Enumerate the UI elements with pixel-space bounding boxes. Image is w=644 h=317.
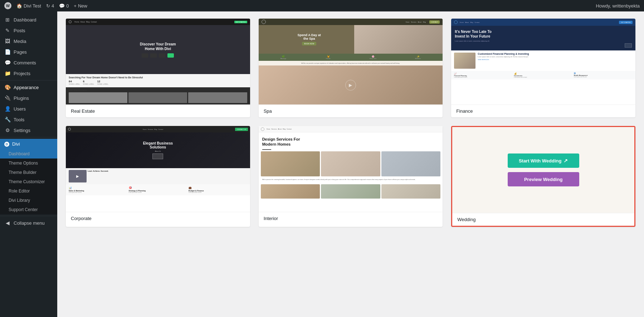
corp-feature-3-text: Lorem ipsum dolor sit amet (189, 192, 247, 193)
theme-card-spa[interactable]: Home Services About Blog CONTACT Spend A… (259, 19, 443, 117)
comments-icon: 💬 (4, 60, 11, 65)
sidebar-label-appearance: Appearance (14, 85, 39, 90)
theme-card-interior[interactable]: Home Services About Blog Contact Design … (259, 126, 443, 227)
int-divider (262, 149, 271, 150)
comment-icon: 💬 (59, 3, 65, 9)
theme-card-real-estate[interactable]: Home About Blog Contact GET STARTED Disc… (66, 19, 250, 117)
theme-label-spa: Spa (259, 104, 443, 117)
sidebar-label-comments: Comments (14, 60, 36, 65)
spa-feature-3-icon: 🌸 (351, 55, 395, 58)
sidebar-item-appearance[interactable]: 🎨 Appearance (0, 82, 57, 93)
fin-feature-3-text: Lorem ipsum dolor sit amet (574, 76, 633, 78)
sidebar-item-support-center[interactable]: Support Center (0, 205, 57, 214)
main-layout: ⊞ Dashboard ✎ Posts 🖼 Media 📄 Pages 💬 Co… (0, 11, 644, 317)
fin-logo (454, 20, 458, 24)
corp-hero-sub: About Us (155, 150, 161, 152)
site-name: Divi Test (24, 3, 41, 9)
start-with-wedding-button[interactable]: Start With Wedding ↗ (508, 153, 579, 168)
sidebar-item-comments[interactable]: 💬 Comments (0, 57, 57, 68)
comments-item[interactable]: 💬 0 (59, 3, 69, 9)
sidebar-item-plugins[interactable]: 🔌 Plugins (0, 93, 57, 103)
re-excl-title: Divi Exclusives (69, 89, 247, 91)
corp-feature-3-icon: 💼 (189, 186, 247, 189)
updates-item[interactable]: ↻ 4 (46, 3, 54, 9)
spa-nav-link-4: Blog (423, 21, 426, 23)
fin-service-content: Customized Financial Planning & Investin… (478, 53, 633, 60)
fin-service-btn: VIEW SERVICES (478, 59, 633, 60)
media-icon: 🖼 (4, 38, 11, 44)
theme-builder-label: Theme Builder (9, 170, 36, 175)
int-nav-link-5: Contact (287, 128, 292, 130)
sidebar-item-theme-builder[interactable]: Theme Builder (0, 168, 57, 177)
fin-nav-links: Home About Blog Contact (460, 21, 479, 23)
spa-nav-link-2: Services (411, 21, 416, 23)
sidebar-item-collapse[interactable]: ◀ Collapse menu (0, 218, 57, 228)
sidebar-item-theme-customizer[interactable]: Theme Customizer (0, 177, 57, 186)
corporate-preview-content: Home Services Blog Contact CONTACT US El… (66, 126, 250, 212)
theme-card-corporate[interactable]: Home Services Blog Contact CONTACT US El… (66, 126, 250, 227)
sidebar-label-dashboard: Dashboard (14, 17, 36, 23)
spa-cta-btn: BOOK NOW (302, 42, 316, 45)
re-nav-link-1: Home (74, 21, 79, 23)
fin-service-title: Customized Financial Planning & Investin… (478, 53, 633, 55)
fin-feature-1-text: Lorem ipsum dolor sit amet (454, 77, 513, 78)
spa-feature-3-text: Body Care (351, 58, 395, 59)
spa-nav-link-3: About (418, 21, 421, 23)
fin-service-img (454, 53, 475, 69)
sidebar-item-projects[interactable]: 📁 Projects (0, 68, 57, 79)
sidebar-item-dashboard[interactable]: ⊞ Dashboard (0, 14, 57, 25)
finance-preview-content: Home About Blog Contact GET STARTED It's… (451, 19, 635, 104)
sidebar-item-users[interactable]: 👤 Users (0, 103, 57, 114)
sidebar-item-divi-dashboard[interactable]: Dashboard (0, 149, 57, 158)
re-section: Searching For Your Dream Home Doesn't Ne… (66, 74, 250, 87)
fin-features: 📈 Financial Planning Lorem ipsum dolor s… (451, 71, 635, 79)
corp-nav-link-2: Services (148, 128, 153, 130)
admin-bar-left: W 🏠 Divi Test ↻ 4 💬 0 + New (4, 2, 590, 9)
sidebar-label-settings: Settings (14, 128, 30, 133)
sidebar-item-pages[interactable]: 📄 Pages (0, 47, 57, 57)
spa-desc: At Divi, we provide a unique experience … (259, 61, 443, 65)
theme-card-finance[interactable]: Home About Blog Contact GET STARTED It's… (451, 19, 635, 117)
wedding-preview-content: Start With Wedding ↗ Preview Wedding (452, 127, 634, 213)
corp-nav: Home Services Blog Contact CONTACT US (66, 126, 250, 132)
re-stat-3: 12SOME LABEL (97, 80, 108, 85)
theme-card-wedding[interactable]: Start With Wedding ↗ Preview Wedding Wed… (451, 126, 635, 227)
sidebar-item-media[interactable]: 🖼 Media (0, 36, 57, 47)
sidebar-item-settings[interactable]: ⚙ Settings (0, 125, 57, 136)
corp-nav-links: Home Services Blog Contact (143, 128, 163, 130)
site-name-item[interactable]: 🏠 Divi Test (16, 3, 41, 9)
role-editor-label: Role Editor (9, 189, 30, 194)
spa-feature-3: 🌸 Body Care (351, 55, 395, 59)
re-hero: Discover Your DreamHome With Divi (66, 25, 250, 74)
spa-hero-text-area: Spend A Day atthe Spa BOOK NOW (259, 25, 360, 54)
sidebar-label-media: Media (14, 39, 26, 44)
corp-feature-1: 📊 Sales & Marketing Lorem ipsum dolor si… (69, 186, 127, 193)
sidebar-item-posts[interactable]: ✎ Posts (0, 25, 57, 36)
new-item[interactable]: + New (74, 3, 87, 9)
divi-library-label: Divi Library (9, 198, 30, 203)
refresh-icon: ↻ (46, 3, 50, 9)
sidebar-item-role-editor[interactable]: Role Editor (0, 186, 57, 196)
fin-nav-cta: GET STARTED (619, 21, 633, 24)
preview-wedding-button[interactable]: Preview Wedding (508, 172, 579, 186)
collapse-icon: ◀ (4, 220, 11, 226)
int-hero: Design Services ForModern Homes (259, 132, 443, 149)
plugins-icon: 🔌 (4, 95, 11, 101)
theme-preview-corporate: Home Services Blog Contact CONTACT US El… (66, 126, 250, 212)
theme-label-corporate: Corporate (66, 212, 250, 225)
sidebar-item-divi-library[interactable]: Divi Library (0, 196, 57, 205)
corp-feature-2-icon: 🎯 (129, 186, 187, 189)
theme-preview-real-estate: Home About Blog Contact GET STARTED Disc… (66, 19, 250, 104)
theme-preview-spa: Home Services About Blog CONTACT Spend A… (259, 19, 443, 104)
sidebar-item-tools[interactable]: 🔧 Tools (0, 114, 57, 125)
fin-hero-box (625, 43, 632, 48)
fin-hero-sub: Lorem ipsum dolor sit amet, consectetur … (455, 40, 632, 42)
sidebar-item-theme-options[interactable]: Theme Options (0, 158, 57, 168)
wp-logo-item[interactable]: W (4, 2, 11, 9)
divi-menu-header[interactable]: D Divi (0, 139, 57, 149)
re-nav-cta: GET STARTED (234, 21, 247, 23)
int-gallery-img-3 (381, 184, 441, 199)
int-nav-link-1: Home (267, 128, 270, 130)
re-nav: Home About Blog Contact GET STARTED (66, 19, 250, 25)
corp-nav-link-4: Contact (158, 128, 163, 130)
